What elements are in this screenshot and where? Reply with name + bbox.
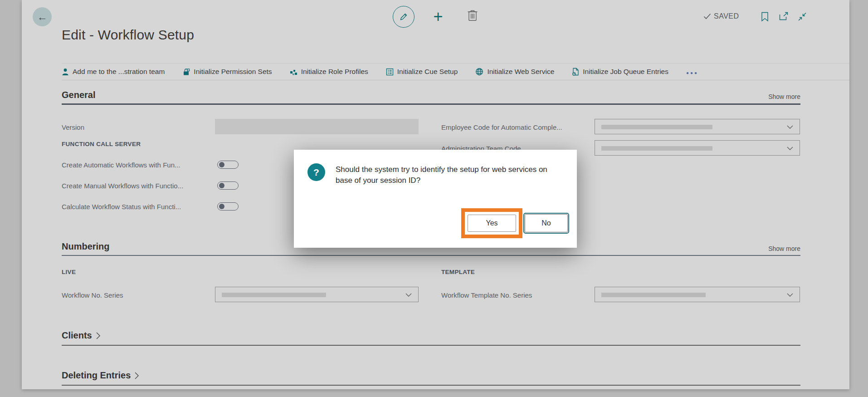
- dialog-message: Should the system try to identify the se…: [336, 164, 562, 186]
- confirmation-dialog: ? Should the system try to identify the …: [294, 150, 577, 248]
- yes-button[interactable]: Yes: [468, 215, 516, 232]
- screen: ← Edit - Workflow Setup +: [0, 0, 868, 397]
- question-mark-icon: ?: [307, 163, 325, 181]
- no-button[interactable]: No: [525, 214, 568, 232]
- yes-button-highlight: Yes: [461, 208, 522, 238]
